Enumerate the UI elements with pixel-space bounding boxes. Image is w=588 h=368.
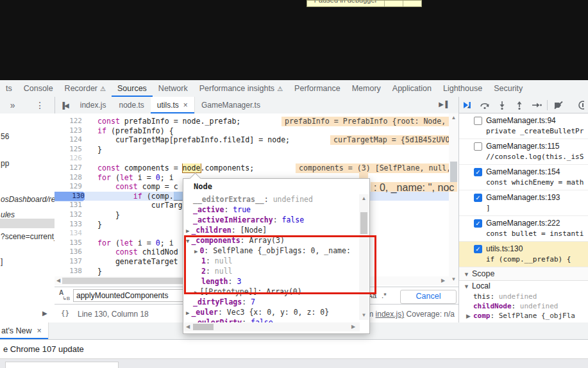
- code-line[interactable]: const prefabInfo = node._prefab;prefabIn…: [85, 117, 449, 126]
- scroll-down-icon[interactable]: ▼: [449, 276, 458, 282]
- navigator-selected-row[interactable]: [0, 219, 55, 228]
- hide-navigator-icon[interactable]: ▐◀: [55, 97, 74, 113]
- main-tab-ts[interactable]: ts: [0, 80, 18, 97]
- breakpoint-row[interactable]: ✓GameManager.ts:193]: [459, 190, 588, 216]
- main-tab-security[interactable]: Security: [488, 80, 528, 97]
- breakpoint-snippet: private _createBulletPr: [486, 127, 584, 135]
- scrollbar-thumb[interactable]: [193, 324, 214, 330]
- code-segment: }: [88, 210, 120, 219]
- file-tab-gamemanager-ts[interactable]: GameManager.ts: [195, 97, 267, 113]
- code-line[interactable]: [85, 154, 449, 163]
- breakpoint-row[interactable]: ✓GameManager.ts:222const bullet = instan…: [459, 216, 588, 242]
- scroll-up-icon[interactable]: ▲: [359, 196, 369, 201]
- close-icon[interactable]: ×: [183, 101, 188, 110]
- code-line[interactable]: }: [85, 145, 449, 155]
- editor-vertical-scrollbar[interactable]: ▲ ▼: [449, 113, 458, 285]
- code-line[interactable]: if (prefabInfo) {: [85, 126, 449, 136]
- regex-button[interactable]: .*: [382, 292, 387, 299]
- main-tab-lighthouse[interactable]: Lighthouse: [437, 80, 488, 97]
- tab-whats-new[interactable]: at's New ×: [0, 322, 49, 339]
- code-line[interactable]: curTargetMap[prefabInfo.fileId] = node;c…: [85, 135, 449, 145]
- main-tab-performance[interactable]: Performance: [289, 80, 346, 97]
- breakpoint-row[interactable]: GameManager.ts:115//console.log(this._is…: [459, 139, 588, 165]
- breakpoint-checkbox[interactable]: ✓: [474, 194, 482, 202]
- cancel-button[interactable]: Cancel: [400, 290, 457, 304]
- main-tab-network[interactable]: Network: [153, 80, 194, 97]
- scrollbar-thumb[interactable]: [450, 162, 457, 185]
- step-icon[interactable]: [528, 100, 545, 110]
- scroll-up-icon[interactable]: ▲: [449, 115, 458, 121]
- main-tab-application[interactable]: Application: [387, 80, 437, 97]
- file-tab-node-ts[interactable]: node.ts: [112, 97, 150, 113]
- resume-script-button[interactable]: [384, 1, 403, 6]
- popup-row[interactable]: ▶_euler: Vec3 {x: 0, y: 0, z: 0}: [183, 307, 359, 317]
- scroll-right-icon[interactable]: ▶: [351, 324, 355, 330]
- breakpoint-checkbox[interactable]: [474, 117, 482, 125]
- caret-right-icon[interactable]: ▶: [466, 313, 471, 319]
- scope-variable[interactable]: this: undefined: [473, 292, 537, 301]
- breakpoint-checkbox[interactable]: ✓: [474, 219, 482, 228]
- breakpoint-checkbox[interactable]: [474, 142, 482, 151]
- popup-horizontal-scrollbar[interactable]: ◀ ▶: [184, 322, 360, 331]
- scroll-left-icon[interactable]: ◀: [56, 278, 60, 283]
- scrollbar-thumb[interactable]: [360, 212, 367, 234]
- code-segment: const: [97, 163, 120, 172]
- main-tab-label: Lighthouse: [443, 84, 482, 93]
- tab-overflow-icon[interactable]: ▶▐: [439, 101, 447, 108]
- file-tab-utils-ts[interactable]: utils.ts×: [151, 97, 195, 113]
- navigator-item[interactable]: pp: [1, 159, 9, 168]
- scope-variable[interactable]: comp: SelfPlane {_objFla: [473, 312, 575, 320]
- step-out-icon[interactable]: [511, 100, 528, 110]
- scope-section-header[interactable]: ▼Scope: [459, 267, 588, 281]
- scroll-right-icon[interactable]: ▶: [441, 278, 445, 283]
- popup-row[interactable]: _eulerDirty: false: [183, 317, 359, 322]
- popup-row[interactable]: __editorExtras__: undefined: [183, 194, 359, 205]
- popup-row[interactable]: ▶_children: [Node]: [183, 225, 359, 235]
- close-icon[interactable]: ×: [37, 326, 42, 335]
- code-line[interactable]: const components = node.components;compo…: [85, 163, 449, 173]
- replace-toggle-icon[interactable]: A↳B: [59, 290, 71, 301]
- pretty-print-icon[interactable]: {}: [61, 309, 69, 317]
- popup-row[interactable]: _activeInHierarchy: false: [183, 215, 359, 225]
- navigator-item[interactable]: ?scene=current_: [1, 232, 55, 241]
- step-over-icon[interactable]: [476, 100, 494, 110]
- breakpoint-row[interactable]: GameManager.ts:94private _createBulletPr: [459, 113, 588, 139]
- code-segment: childNod: [138, 247, 178, 256]
- pause-on-exceptions-icon[interactable]: [571, 100, 588, 110]
- resume-script-icon[interactable]: [459, 100, 476, 110]
- caret-right-icon[interactable]: ▶: [186, 228, 189, 234]
- navigator-item[interactable]: osDashboard/re: [1, 195, 55, 204]
- main-tab-recorder[interactable]: Recorder⚠: [59, 80, 112, 97]
- breakpoint-checkbox[interactable]: ✓: [474, 245, 482, 253]
- step-into-icon[interactable]: [494, 100, 511, 110]
- expand-navigator-icon[interactable]: ▶: [42, 310, 47, 317]
- code-segment: }: [88, 220, 102, 229]
- breakpoint-row[interactable]: ✓utils.ts:130if (comp.__prefab) {: [459, 242, 588, 267]
- line-number: 136: [55, 247, 85, 257]
- main-tab-sources[interactable]: Sources: [112, 80, 153, 97]
- scope-local-header[interactable]: ▼Local: [459, 281, 491, 290]
- caret-right-icon[interactable]: ▶: [186, 310, 189, 316]
- navigator-item[interactable]: ules: [1, 210, 15, 219]
- breakpoint-checkbox[interactable]: ✓: [474, 168, 482, 176]
- deactivate-breakpoints-icon[interactable]: [550, 100, 567, 110]
- scroll-down-icon[interactable]: ▼: [359, 312, 369, 318]
- scroll-left-icon[interactable]: ◀: [186, 324, 190, 330]
- main-tab-performance-insights[interactable]: Performance insights⚠: [194, 80, 289, 97]
- sourcemap-link[interactable]: index.js): [376, 310, 405, 319]
- navigator-item[interactable]: ]: [1, 257, 3, 266]
- more-panels-icon[interactable]: »: [10, 100, 15, 110]
- breakpoint-row[interactable]: ✓GameManager.ts:154const whichEnemy = ma…: [459, 165, 588, 190]
- hovered-token[interactable]: node: [182, 163, 201, 173]
- menu-dots-icon[interactable]: ⋮: [35, 100, 44, 110]
- scope-variable[interactable]: childNode: undefined: [473, 302, 558, 310]
- step-over-button[interactable]: [403, 1, 421, 6]
- navigator-item[interactable]: 56: [1, 132, 9, 141]
- main-tab-console[interactable]: Console: [18, 80, 59, 97]
- file-tab-index-js[interactable]: index.js: [74, 97, 113, 113]
- popup-row[interactable]: _dirtyFlags: 7: [183, 297, 359, 307]
- breakpoint-snippet: //console.log(this._isS: [486, 153, 584, 161]
- popup-row[interactable]: _active: true: [183, 205, 359, 215]
- colon: :: [218, 308, 227, 317]
- main-tab-memory[interactable]: Memory: [346, 80, 387, 97]
